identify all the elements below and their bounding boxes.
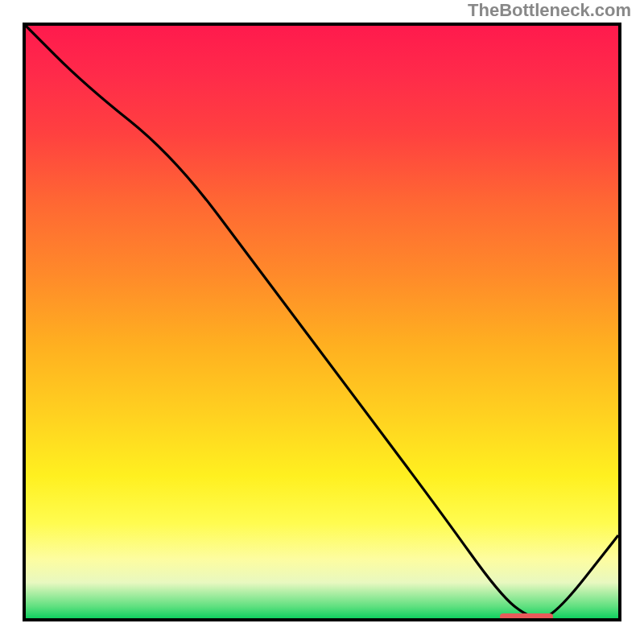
optimal-range-marker <box>500 613 553 620</box>
curve-path <box>26 26 618 618</box>
watermark-text: TheBottleneck.com <box>468 0 631 21</box>
chart-container: TheBottleneck.com <box>0 0 644 644</box>
plot-area <box>23 23 621 621</box>
bottleneck-curve <box>26 26 618 618</box>
